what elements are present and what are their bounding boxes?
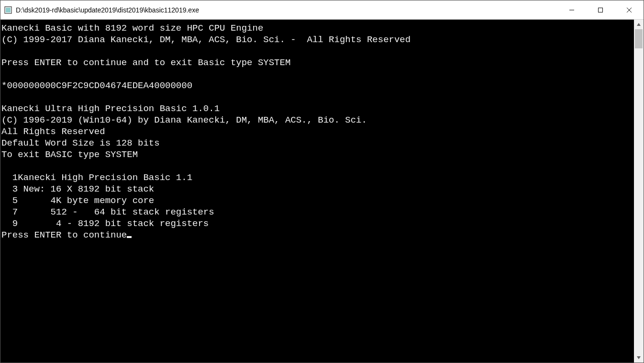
window-title: D:\dsk2019-rd\kbasic\update2019\dist2019… [16, 6, 557, 14]
scroll-thumb[interactable] [635, 29, 643, 48]
svg-marker-7 [637, 356, 641, 359]
text-cursor [127, 236, 132, 238]
window-controls [557, 0, 644, 19]
scroll-up-arrow[interactable] [634, 20, 644, 29]
scroll-track[interactable] [634, 29, 644, 353]
close-button[interactable] [615, 0, 644, 19]
vertical-scrollbar[interactable] [634, 20, 644, 363]
maximize-button[interactable] [586, 0, 615, 19]
console-output: Kanecki Basic with 8192 word size HPC CP… [0, 20, 634, 363]
console-window: D:\dsk2019-rd\kbasic\update2019\dist2019… [0, 0, 644, 363]
app-icon [4, 6, 12, 14]
svg-marker-6 [637, 23, 641, 26]
minimize-button[interactable] [557, 0, 586, 19]
svg-rect-3 [599, 8, 603, 12]
svg-rect-1 [6, 8, 11, 12]
console-area[interactable]: Kanecki Basic with 8192 word size HPC CP… [0, 20, 644, 363]
titlebar[interactable]: D:\dsk2019-rd\kbasic\update2019\dist2019… [0, 0, 644, 20]
scroll-down-arrow[interactable] [634, 353, 644, 363]
